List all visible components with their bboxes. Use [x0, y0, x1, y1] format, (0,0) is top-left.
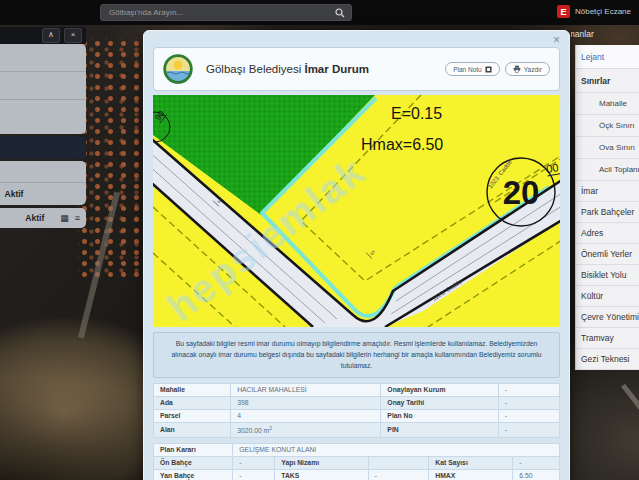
collapse-icon[interactable]: ∧ [42, 28, 60, 43]
modal-close-icon[interactable]: × [553, 33, 560, 47]
cell-value: 398 [231, 396, 381, 409]
table-row: Ada 398 Onay Tarihi - [154, 396, 560, 409]
sidebar-item-tramvay[interactable]: Tramvay [576, 328, 639, 349]
cell-label: Ada [154, 396, 231, 409]
sidebar-item-onemli-yerler[interactable]: Önemli Yerler [576, 244, 639, 265]
active-button[interactable]: Aktif [0, 183, 86, 205]
sidebar-item-ock-siniri[interactable]: Öçk Sınırı [576, 115, 639, 137]
search-icon[interactable] [335, 8, 345, 18]
cell-label: Onaylayan Kurum [381, 383, 499, 396]
search-input[interactable] [107, 7, 335, 18]
list-item[interactable] [0, 161, 86, 183]
parcel-number: 20 [503, 174, 540, 211]
sidebar-item-bisiklet-yolu[interactable]: Bisiklet Yolu [576, 265, 639, 286]
printer-icon [513, 65, 521, 73]
app-window: E Nöbetçi Eczane ∧ × Aktif Aktif ▦ ≡ Kat… [0, 0, 639, 480]
pharmacy-label: Nöbetçi Eczane [575, 7, 631, 16]
modal-title: Gölbaşı Belediyesi İmar Durum [206, 63, 369, 75]
sidebar-item-kultur[interactable]: Kültür [576, 286, 639, 307]
pharmacy-button[interactable]: E Nöbetçi Eczane [557, 5, 631, 18]
plan-decision-table: Plan Kararı GELİŞME KONUT ALANI Ön Bahçe… [153, 443, 560, 480]
plan-note-icon [485, 66, 492, 73]
table-row: Alan 3020.00 m2 PIN - [154, 422, 560, 437]
table-row: Ön Bahçe - Yapı Nizamı Kat Sayısı - [154, 456, 560, 469]
print-button[interactable]: Yazdır [505, 62, 550, 76]
active-label: Aktif [25, 213, 44, 223]
cell-value: - [499, 383, 560, 396]
cell-value: 4 [231, 409, 381, 422]
tab-lejant[interactable]: Lejant [576, 45, 639, 69]
left-panel-titlebar: ∧ × [0, 27, 86, 44]
sidebar-item-imar[interactable]: İmar [576, 181, 639, 202]
cell-label: TAKS [275, 469, 368, 480]
left-panel-list-2: Aktif [0, 161, 86, 205]
cell-label: PIN [381, 422, 499, 437]
selected-list-item[interactable] [0, 136, 86, 159]
cell-label: Alan [154, 422, 231, 437]
close-icon[interactable]: × [64, 28, 82, 43]
cell-value: 3020.00 m2 [231, 422, 381, 437]
cell-value: 6.50 [513, 469, 560, 480]
layers-sidebar: Lejant Sınırlar Mahalle Öçk Sınırı Ova S… [575, 45, 639, 370]
pharmacy-icon: E [557, 5, 570, 18]
hmax-label: Hmax=6.50 [361, 136, 443, 153]
cell-value: GELİŞME KONUT ALANI [233, 443, 560, 456]
left-panel-list [0, 44, 86, 134]
cell-value: - [499, 409, 560, 422]
sidebar-item-park-bahceler[interactable]: Park Bahçeler [576, 202, 639, 223]
top-bar: E Nöbetçi Eczane [0, 0, 639, 25]
table-row: Plan Kararı GELİŞME KONUT ALANI [154, 443, 560, 456]
cell-label: Kat Sayısı [429, 456, 513, 469]
imar-durum-modal: × Gölbaşı Belediyesi İmar Durum Plan Not… [143, 30, 570, 480]
plan-note-button[interactable]: Plan Notu [445, 62, 500, 76]
left-panel: ∧ × Aktif Aktif ▦ ≡ [0, 27, 86, 228]
cell-value [368, 456, 429, 469]
parcel-info-table: Mahalle HACILAR MAHALLESİ Onaylayan Kuru… [153, 383, 560, 438]
cell-label: Yan Bahçe [154, 469, 233, 480]
cell-value: - [499, 422, 560, 437]
list-item[interactable] [0, 100, 86, 134]
cell-value: - [368, 469, 429, 480]
grid-icon[interactable]: ▦ [60, 214, 69, 223]
cell-value: HACILAR MAHALLESİ [231, 383, 381, 396]
search-box[interactable] [100, 4, 352, 21]
cell-label: Ön Bahçe [154, 456, 233, 469]
disclaimer-text: Bu sayfadaki bilgiler resmi imar durumu … [153, 332, 560, 378]
zoning-plan-map[interactable]: 5 5 1023. Cadde 1123. Cadde hepsiemlak 9… [153, 95, 560, 327]
sidebar-item-acil-toplanma[interactable]: Acil Toplanma Alanları [576, 159, 639, 181]
cell-label: Plan No [381, 409, 499, 422]
list-icon[interactable]: ≡ [75, 214, 80, 223]
cell-label: Onay Tarihi [381, 396, 499, 409]
table-row: Parsel 4 Plan No - [154, 409, 560, 422]
cell-value: - [499, 396, 560, 409]
cell-value: - [233, 456, 275, 469]
municipality-logo [163, 54, 193, 84]
list-item[interactable] [0, 44, 86, 72]
cell-label: Plan Kararı [154, 443, 233, 456]
sidebar-item-ova-siniri[interactable]: Ova Sınırı [576, 137, 639, 159]
sidebar-item-cevre-yonetimi[interactable]: Çevre Yönetimi [576, 307, 639, 328]
cell-label: Yapı Nizamı [275, 456, 368, 469]
cell-label: HMAX [429, 469, 513, 480]
parcel-sub-number: 00 [545, 161, 559, 175]
cell-label: Parsel [154, 409, 231, 422]
sidebar-item-gezi-teknesi[interactable]: Gezi Teknesi [576, 349, 639, 370]
sidebar-section-sinirlar[interactable]: Sınırlar [576, 69, 639, 93]
table-row: Yan Bahçe - TAKS - HMAX 6.50 [154, 469, 560, 480]
emsal-label: E=0.15 [391, 105, 442, 122]
sidebar-item-adres[interactable]: Adres [576, 223, 639, 244]
sidebar-item-mahalle[interactable]: Mahalle [576, 93, 639, 115]
cell-value: - [513, 456, 560, 469]
cell-label: Mahalle [154, 383, 231, 396]
left-panel-footer: Aktif ▦ ≡ [0, 208, 86, 228]
modal-header: Gölbaşı Belediyesi İmar Durum Plan Notu [153, 47, 560, 91]
table-row: Mahalle HACILAR MAHALLESİ Onaylayan Kuru… [154, 383, 560, 396]
list-item[interactable] [0, 72, 86, 100]
layers-panel-title: Katmanlar [571, 29, 639, 41]
cell-value: - [233, 469, 275, 480]
